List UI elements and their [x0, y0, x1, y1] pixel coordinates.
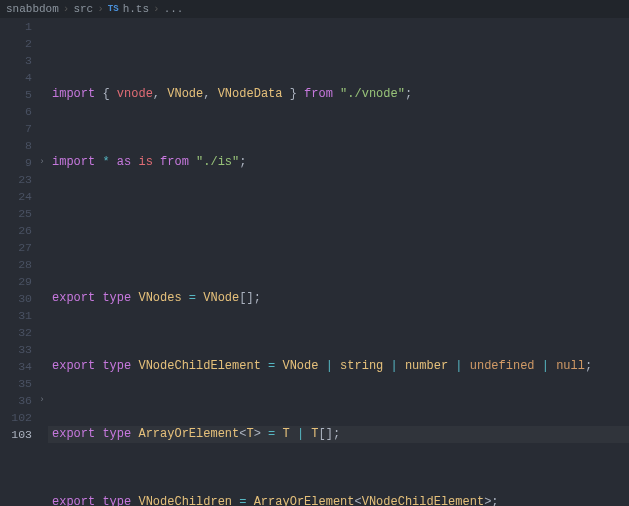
- line-number[interactable]: 4: [0, 69, 32, 86]
- line-number[interactable]: 23: [0, 171, 32, 188]
- line-number[interactable]: 9: [0, 154, 32, 171]
- line-number[interactable]: 24: [0, 188, 32, 205]
- code-line[interactable]: export type VNodeChildElement = VNode | …: [52, 358, 629, 375]
- line-number[interactable]: 34: [0, 358, 32, 375]
- line-number[interactable]: 29: [0, 273, 32, 290]
- line-number[interactable]: 25: [0, 205, 32, 222]
- line-number[interactable]: 103: [0, 426, 32, 443]
- line-number[interactable]: 8: [0, 137, 32, 154]
- line-number[interactable]: 28: [0, 256, 32, 273]
- breadcrumb-sep: ›: [63, 3, 70, 15]
- line-number[interactable]: 1: [0, 18, 32, 35]
- fold-gutter: › ›: [36, 18, 48, 506]
- line-number[interactable]: 36: [0, 392, 32, 409]
- breadcrumb-sep: ›: [153, 3, 160, 15]
- line-number[interactable]: 26: [0, 222, 32, 239]
- line-number[interactable]: 35: [0, 375, 32, 392]
- chevron-right-icon[interactable]: ›: [36, 392, 48, 409]
- line-number[interactable]: 5: [0, 86, 32, 103]
- breadcrumb-file[interactable]: h.ts: [123, 3, 149, 15]
- code-line[interactable]: [52, 222, 629, 239]
- line-number[interactable]: 33: [0, 341, 32, 358]
- breadcrumb-folder[interactable]: src: [73, 3, 93, 15]
- code-line[interactable]: export type ArrayOrElement<T> = T | T[];: [52, 426, 629, 443]
- line-number[interactable]: 30: [0, 290, 32, 307]
- line-number[interactable]: 102: [0, 409, 32, 426]
- editor: 1 2 3 4 5 6 7 8 9 23 24 25 26 27 28 29 3…: [0, 18, 629, 506]
- line-number[interactable]: 3: [0, 52, 32, 69]
- line-number-gutter: 1 2 3 4 5 6 7 8 9 23 24 25 26 27 28 29 3…: [0, 18, 36, 506]
- code-line[interactable]: export type VNodes = VNode[];: [52, 290, 629, 307]
- line-number[interactable]: 7: [0, 120, 32, 137]
- line-number[interactable]: 2: [0, 35, 32, 52]
- chevron-right-icon[interactable]: ›: [36, 154, 48, 171]
- line-number[interactable]: 32: [0, 324, 32, 341]
- code-line[interactable]: import { vnode, VNode, VNodeData } from …: [52, 86, 629, 103]
- code-line[interactable]: export type VNodeChildren = ArrayOrEleme…: [52, 494, 629, 506]
- line-number[interactable]: 27: [0, 239, 32, 256]
- typescript-icon: TS: [108, 4, 119, 14]
- line-number[interactable]: 31: [0, 307, 32, 324]
- breadcrumb-root[interactable]: snabbdom: [6, 3, 59, 15]
- line-number[interactable]: 6: [0, 103, 32, 120]
- code-area[interactable]: import { vnode, VNode, VNodeData } from …: [48, 18, 629, 506]
- breadcrumb-symbol[interactable]: ...: [164, 3, 184, 15]
- code-line[interactable]: import * as is from "./is";: [52, 154, 629, 171]
- breadcrumb: snabbdom › src › TS h.ts › ...: [0, 0, 629, 18]
- breadcrumb-sep: ›: [97, 3, 104, 15]
